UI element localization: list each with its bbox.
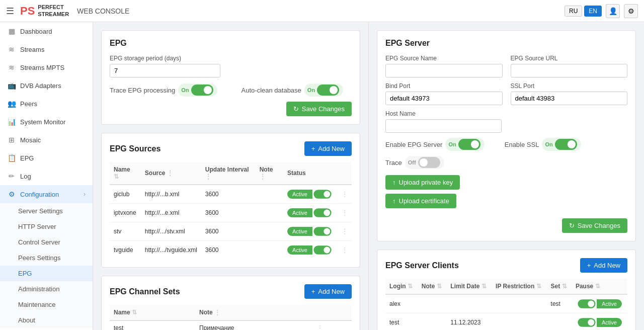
trace-label: Trace EPG processing [110,87,175,94]
lang-ru-btn[interactable]: RU [565,6,582,17]
source-name-input[interactable] [385,64,503,77]
sidebar-item-log[interactable]: ✏ Log [0,167,93,185]
cell-row-actions: ⋮ [338,241,352,260]
log-icon: ✏ [7,172,16,181]
host-name-label: Host Name [385,110,627,117]
add-new-client-btn[interactable]: + Add New [580,258,627,273]
sidebar-item-dashboard[interactable]: ▦ Dashboard [0,22,93,40]
source-url-input[interactable] [511,64,628,77]
source-url-group: EPG Source URL [511,55,628,77]
epg-sources-header: EPG Sources + Add New [110,141,352,156]
epg-clients-title: EPG Server Clients [385,261,459,270]
save-icon: ↻ [293,105,299,113]
row-menu-icon[interactable]: ⋮ [342,228,348,235]
cell-note [256,204,283,222]
bind-port-input[interactable] [385,92,503,105]
cell-source: http://...e.xml [141,204,201,222]
table-row: tvguide http://.../tvguide.xml 3600 Acti… [110,241,352,260]
status-toggle-1[interactable] [313,208,331,217]
sidebar-sub-maintenance[interactable]: Maintenance [0,297,93,312]
streams-mpts-icon: ≋ [7,63,16,72]
client-pause-toggle-0[interactable] [578,299,595,308]
sidebar-sub-epg[interactable]: EPG [0,266,93,281]
cs-row-menu-icon[interactable]: ⋮ [317,324,323,330]
epg-server-title: EPG Server [385,39,627,48]
col-interval: Update Interval ⋮ [201,162,256,185]
status-toggle-2[interactable] [313,227,331,236]
col-source: Source ⋮ [141,162,201,185]
enable-epg-toggle[interactable] [458,139,480,150]
trace-server-container: Trace Off [385,156,627,169]
epg-icon: 📋 [7,153,16,162]
autoclean-toggle-container: Auto-clean database On [242,84,344,97]
row-menu-icon[interactable]: ⋮ [342,246,348,254]
sidebar-item-configuration[interactable]: ⚙ Configuration › [0,185,93,203]
epg-sources-panel: EPG Sources + Add New Name ⇅ Source ⋮ Up… [101,133,360,268]
clients-table-wrap: Login ⇅ Note ⇅ Limit Date ⇅ IP Restricti… [385,279,627,330]
gear-icon-btn[interactable]: ⚙ [624,4,638,18]
status-toggle-0[interactable] [313,190,331,199]
lang-en-btn[interactable]: EN [584,6,602,17]
row-menu-icon[interactable]: ⋮ [342,209,348,216]
streams-icon: ≋ [7,45,16,54]
sidebar-sub-server-settings[interactable]: Server Settings [0,203,93,219]
sidebar-sub-http-server[interactable]: HTTP Server [0,219,93,234]
row-menu-icon[interactable]: ⋮ [342,191,348,198]
sidebar-item-mosaic[interactable]: ⊞ Mosaic [0,131,93,149]
source-name-label: EPG Source Name [385,55,503,62]
trace-toggle[interactable] [191,85,213,96]
cell-status: Active [283,185,338,204]
logo-brand: PERFECT STREAMER [38,4,69,17]
plus-icon3: + [587,262,591,269]
cell-limit-date [446,294,492,313]
enable-ssl-toggle-container: Enable SSL On [505,138,581,151]
sidebar-sub-administration[interactable]: Administration [0,281,93,297]
epg-save-btn[interactable]: ↻ Save Changes [286,102,352,116]
sidebar-sub-control-server[interactable]: Control Server [0,234,93,250]
trace-server-toggle[interactable] [418,157,440,168]
cell-client-note [418,313,447,331]
ssl-port-input[interactable] [511,92,628,105]
cell-source: http://.../stv.xml [141,222,201,241]
sidebar-item-system-monitor[interactable]: 📊 System Monitor [0,113,93,131]
epg-channel-sets-title: EPG Channel Sets [110,287,180,296]
sidebar-item-epg[interactable]: 📋 EPG [0,149,93,167]
upload-private-key-btn[interactable]: ↑ Upload private key [385,175,460,190]
cell-note [256,185,283,204]
dvb-icon: 📺 [7,81,16,90]
sidebar-item-peers[interactable]: 👥 Peers [0,95,93,113]
add-new-source-btn[interactable]: + Add New [304,141,352,156]
host-name-input[interactable] [385,119,502,133]
trace-toggle-container: Trace EPG processing On [110,84,217,97]
storage-period-input[interactable] [110,64,220,77]
enable-ssl-toggle[interactable] [555,139,577,150]
upload-certificate-btn[interactable]: ↑ Upload certificate [385,194,456,208]
col-cs-note: Note ⋮ [195,305,313,320]
enable-epg-toggle-container: Enable EPG Server On [385,138,485,151]
cell-set: test [547,294,572,313]
autoclean-on-text: On [307,87,315,93]
sidebar: ▦ Dashboard ≋ Streams ≋ Streams MPTS 📺 D… [0,22,93,330]
sidebar-item-label: EPG [20,154,34,162]
add-new-channel-set-btn[interactable]: + Add New [304,284,352,299]
table-row: test Примечание ⋮ [110,320,352,330]
sidebar-item-label: Log [20,173,31,180]
sidebar-item-dvb-adapters[interactable]: 📺 DVB Adapters [0,76,93,95]
system-monitor-icon: 📊 [7,117,16,126]
sidebar-item-label: System Monitor [20,118,65,126]
epg-channel-sets-header: EPG Channel Sets + Add New [110,284,352,299]
sidebar-sub-peers-settings[interactable]: Peers Settings [0,250,93,266]
epg-channel-sets-panel: EPG Channel Sets + Add New Name ⇅ Note ⋮ [101,276,360,330]
col-login: Login ⇅ [385,279,418,294]
client-pause-toggle-1[interactable] [578,318,595,327]
user-icon-btn[interactable]: 👤 [606,4,620,18]
sidebar-item-streams[interactable]: ≋ Streams [0,40,93,58]
sidebar-item-streams-mpts[interactable]: ≋ Streams MPTS [0,58,93,76]
autoclean-toggle[interactable] [317,85,339,96]
menu-icon[interactable]: ☰ [6,6,14,17]
sidebar-sub-about[interactable]: About [0,312,93,328]
epg-server-save-btn[interactable]: ↻ Save Changes [562,218,627,233]
status-toggle-3[interactable] [313,245,331,255]
cell-row-actions: ⋮ [338,185,352,204]
col-actions [338,162,352,185]
